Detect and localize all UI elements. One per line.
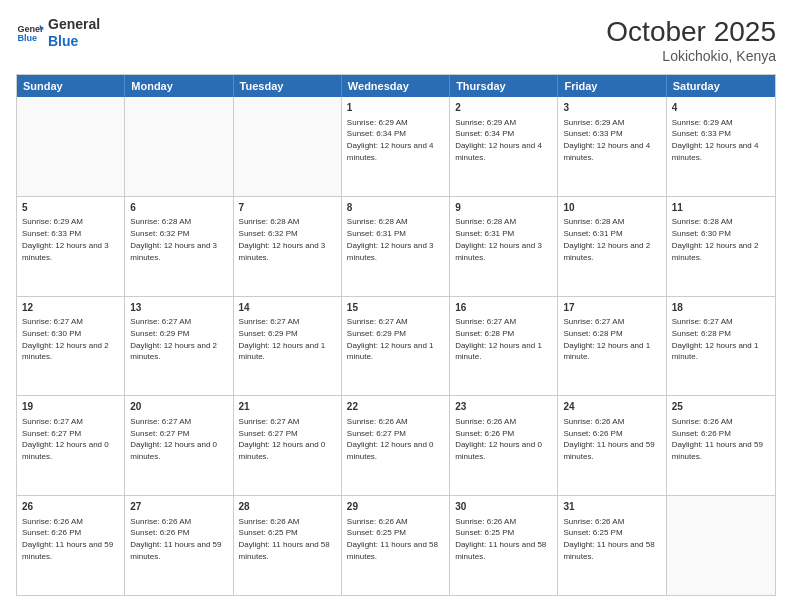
cal-cell-21-3-2: 21 Sunrise: 6:27 AM Sunset: 6:27 PM Dayl… <box>234 396 342 495</box>
cal-cell-20-3-1: 20 Sunrise: 6:27 AM Sunset: 6:27 PM Dayl… <box>125 396 233 495</box>
sunset-text: Sunset: 6:26 PM <box>22 528 81 537</box>
daylight-text: Daylight: 11 hours and 58 minutes. <box>239 540 330 561</box>
sunrise-text: Sunrise: 6:29 AM <box>347 118 408 127</box>
cal-cell-26-4-0: 26 Sunrise: 6:26 AM Sunset: 6:26 PM Dayl… <box>17 496 125 595</box>
sunset-text: Sunset: 6:29 PM <box>130 329 189 338</box>
week-row-2: 5 Sunrise: 6:29 AM Sunset: 6:33 PM Dayli… <box>17 196 775 296</box>
sunrise-text: Sunrise: 6:27 AM <box>130 417 191 426</box>
cal-cell-empty-0-0 <box>17 97 125 196</box>
daylight-text: Daylight: 11 hours and 58 minutes. <box>347 540 438 561</box>
sunrise-text: Sunrise: 6:29 AM <box>455 118 516 127</box>
day-number: 3 <box>563 101 660 115</box>
sunset-text: Sunset: 6:33 PM <box>22 229 81 238</box>
cal-cell-10-1-5: 10 Sunrise: 6:28 AM Sunset: 6:31 PM Dayl… <box>558 197 666 296</box>
sunset-text: Sunset: 6:34 PM <box>347 129 406 138</box>
cal-cell-empty-4-6 <box>667 496 775 595</box>
logo-general: General <box>48 16 100 33</box>
header-friday: Friday <box>558 75 666 97</box>
sunset-text: Sunset: 6:31 PM <box>455 229 514 238</box>
daylight-text: Daylight: 12 hours and 1 minute. <box>347 341 434 362</box>
week-row-3: 12 Sunrise: 6:27 AM Sunset: 6:30 PM Dayl… <box>17 296 775 396</box>
sunset-text: Sunset: 6:28 PM <box>672 329 731 338</box>
daylight-text: Daylight: 11 hours and 59 minutes. <box>130 540 221 561</box>
header-wednesday: Wednesday <box>342 75 450 97</box>
sunset-text: Sunset: 6:25 PM <box>455 528 514 537</box>
sunrise-text: Sunrise: 6:26 AM <box>130 517 191 526</box>
day-number: 19 <box>22 400 119 414</box>
week-row-5: 26 Sunrise: 6:26 AM Sunset: 6:26 PM Dayl… <box>17 495 775 595</box>
sunrise-text: Sunrise: 6:27 AM <box>347 317 408 326</box>
daylight-text: Daylight: 12 hours and 0 minutes. <box>130 440 217 461</box>
daylight-text: Daylight: 12 hours and 4 minutes. <box>347 141 434 162</box>
header: General Blue General Blue October 2025 L… <box>16 16 776 64</box>
sunrise-text: Sunrise: 6:27 AM <box>563 317 624 326</box>
daylight-text: Daylight: 12 hours and 2 minutes. <box>130 341 217 362</box>
cal-cell-7-1-2: 7 Sunrise: 6:28 AM Sunset: 6:32 PM Dayli… <box>234 197 342 296</box>
sunrise-text: Sunrise: 6:29 AM <box>22 217 83 226</box>
sunset-text: Sunset: 6:33 PM <box>672 129 731 138</box>
daylight-text: Daylight: 12 hours and 0 minutes. <box>347 440 434 461</box>
cal-cell-28-4-2: 28 Sunrise: 6:26 AM Sunset: 6:25 PM Dayl… <box>234 496 342 595</box>
sunset-text: Sunset: 6:29 PM <box>347 329 406 338</box>
day-number: 27 <box>130 500 227 514</box>
day-number: 28 <box>239 500 336 514</box>
cal-cell-29-4-3: 29 Sunrise: 6:26 AM Sunset: 6:25 PM Dayl… <box>342 496 450 595</box>
cal-cell-30-4-4: 30 Sunrise: 6:26 AM Sunset: 6:25 PM Dayl… <box>450 496 558 595</box>
header-sunday: Sunday <box>17 75 125 97</box>
page: General Blue General Blue October 2025 L… <box>0 0 792 612</box>
sunset-text: Sunset: 6:27 PM <box>239 429 298 438</box>
sunrise-text: Sunrise: 6:27 AM <box>22 317 83 326</box>
day-number: 10 <box>563 201 660 215</box>
month-title: October 2025 <box>606 16 776 48</box>
sunset-text: Sunset: 6:27 PM <box>347 429 406 438</box>
daylight-text: Daylight: 12 hours and 3 minutes. <box>22 241 109 262</box>
day-number: 30 <box>455 500 552 514</box>
sunset-text: Sunset: 6:25 PM <box>347 528 406 537</box>
sunrise-text: Sunrise: 6:29 AM <box>672 118 733 127</box>
daylight-text: Daylight: 12 hours and 0 minutes. <box>239 440 326 461</box>
day-number: 16 <box>455 301 552 315</box>
cal-cell-13-2-1: 13 Sunrise: 6:27 AM Sunset: 6:29 PM Dayl… <box>125 297 233 396</box>
cal-cell-23-3-4: 23 Sunrise: 6:26 AM Sunset: 6:26 PM Dayl… <box>450 396 558 495</box>
sunset-text: Sunset: 6:28 PM <box>455 329 514 338</box>
cal-cell-27-4-1: 27 Sunrise: 6:26 AM Sunset: 6:26 PM Dayl… <box>125 496 233 595</box>
day-number: 29 <box>347 500 444 514</box>
cal-cell-19-3-0: 19 Sunrise: 6:27 AM Sunset: 6:27 PM Dayl… <box>17 396 125 495</box>
day-number: 25 <box>672 400 770 414</box>
daylight-text: Daylight: 12 hours and 4 minutes. <box>672 141 759 162</box>
cal-cell-17-2-5: 17 Sunrise: 6:27 AM Sunset: 6:28 PM Dayl… <box>558 297 666 396</box>
cal-cell-1-0-3: 1 Sunrise: 6:29 AM Sunset: 6:34 PM Dayli… <box>342 97 450 196</box>
cal-cell-9-1-4: 9 Sunrise: 6:28 AM Sunset: 6:31 PM Dayli… <box>450 197 558 296</box>
sunrise-text: Sunrise: 6:26 AM <box>563 517 624 526</box>
week-row-4: 19 Sunrise: 6:27 AM Sunset: 6:27 PM Dayl… <box>17 395 775 495</box>
day-number: 4 <box>672 101 770 115</box>
sunset-text: Sunset: 6:26 PM <box>563 429 622 438</box>
sunset-text: Sunset: 6:30 PM <box>22 329 81 338</box>
cal-cell-3-0-5: 3 Sunrise: 6:29 AM Sunset: 6:33 PM Dayli… <box>558 97 666 196</box>
daylight-text: Daylight: 11 hours and 59 minutes. <box>563 440 654 461</box>
sunrise-text: Sunrise: 6:28 AM <box>455 217 516 226</box>
sunrise-text: Sunrise: 6:29 AM <box>563 118 624 127</box>
day-number: 5 <box>22 201 119 215</box>
day-number: 23 <box>455 400 552 414</box>
sunrise-text: Sunrise: 6:26 AM <box>455 417 516 426</box>
cal-cell-5-1-0: 5 Sunrise: 6:29 AM Sunset: 6:33 PM Dayli… <box>17 197 125 296</box>
daylight-text: Daylight: 12 hours and 1 minute. <box>239 341 326 362</box>
sunrise-text: Sunrise: 6:27 AM <box>672 317 733 326</box>
daylight-text: Daylight: 12 hours and 0 minutes. <box>22 440 109 461</box>
daylight-text: Daylight: 12 hours and 1 minute. <box>672 341 759 362</box>
sunrise-text: Sunrise: 6:27 AM <box>239 317 300 326</box>
sunrise-text: Sunrise: 6:28 AM <box>672 217 733 226</box>
header-saturday: Saturday <box>667 75 775 97</box>
daylight-text: Daylight: 11 hours and 59 minutes. <box>672 440 763 461</box>
sunrise-text: Sunrise: 6:26 AM <box>563 417 624 426</box>
daylight-text: Daylight: 12 hours and 3 minutes. <box>455 241 542 262</box>
daylight-text: Daylight: 12 hours and 3 minutes. <box>347 241 434 262</box>
svg-text:Blue: Blue <box>17 33 37 43</box>
day-number: 13 <box>130 301 227 315</box>
sunset-text: Sunset: 6:27 PM <box>130 429 189 438</box>
daylight-text: Daylight: 12 hours and 2 minutes. <box>563 241 650 262</box>
cal-cell-24-3-5: 24 Sunrise: 6:26 AM Sunset: 6:26 PM Dayl… <box>558 396 666 495</box>
sunrise-text: Sunrise: 6:27 AM <box>239 417 300 426</box>
day-number: 20 <box>130 400 227 414</box>
